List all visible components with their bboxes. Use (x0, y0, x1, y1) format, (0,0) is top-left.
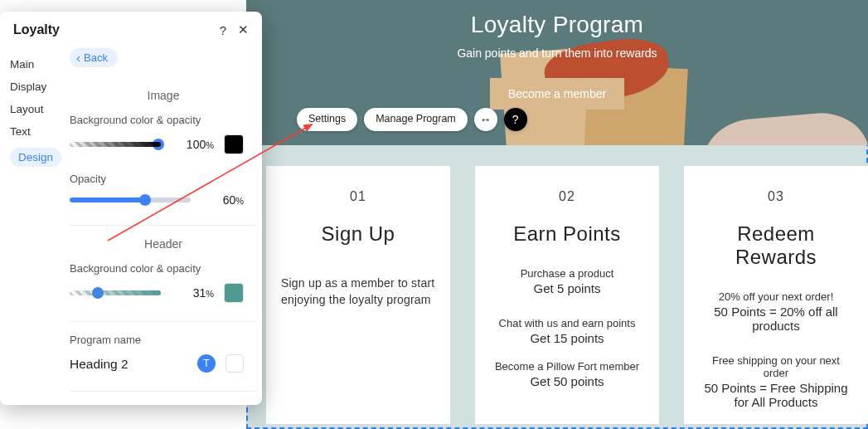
back-button[interactable]: Back (70, 48, 118, 67)
hero-subtitle: Gain points and turn them into rewards (246, 46, 868, 60)
rule-reward: Get 15 points (490, 331, 644, 345)
panel-content[interactable]: Back Image Background color & opacity 10… (70, 48, 262, 405)
step-number: 02 (490, 189, 644, 204)
settings-panel: Loyalty ? ✕ Main Display Layout Text Des… (0, 12, 262, 405)
image-section-heading: Image (70, 89, 257, 102)
step-number: 03 (699, 189, 853, 204)
rule-action: Chat with us and earn points (490, 317, 644, 329)
panel-help-icon[interactable]: ? (220, 23, 226, 37)
rule-action: 20% off your next order! (699, 290, 853, 303)
tab-main[interactable]: Main (10, 53, 61, 76)
program-name-value[interactable]: Heading 2 (70, 357, 187, 372)
card-earn[interactable]: 02 Earn Points Purchase a product Get 5 … (475, 166, 659, 424)
text-style-icon[interactable]: T (197, 354, 216, 373)
rule-reward: Get 50 points (490, 374, 644, 388)
bg-opacity-label: Background color & opacity (70, 114, 244, 126)
stretch-icon[interactable]: ↔ (474, 108, 497, 131)
step-title: Earn Points (490, 222, 644, 246)
settings-button[interactable]: Settings (297, 108, 357, 131)
program-name-label: Program name (70, 334, 244, 346)
rule-action: Free shipping on your next order (699, 354, 853, 379)
header-bg-opacity-slider[interactable] (70, 290, 161, 295)
panel-title: Loyalty (13, 22, 60, 37)
header-bg-opacity-label: Background color & opacity (70, 262, 244, 275)
help-icon[interactable]: ? (504, 108, 527, 131)
tab-design[interactable]: Design (10, 148, 61, 167)
image-opacity-slider[interactable] (70, 197, 191, 202)
steps-row: 01 Sign Up Sign up as a member to start … (266, 166, 868, 424)
rule-action: Purchase a product (490, 267, 644, 280)
card-redeem[interactable]: 03 Redeem Rewards 20% off your next orde… (684, 166, 868, 424)
panel-sidebar: Main Display Layout Text Design (0, 48, 70, 405)
image-bg-opacity-value: 100% (171, 138, 214, 151)
step-number: 01 (281, 189, 435, 204)
header-bg-color-swatch[interactable] (224, 283, 244, 303)
image-opacity-value: 60% (201, 193, 244, 207)
image-bg-opacity-slider[interactable] (70, 142, 161, 147)
step-title: Redeem Rewards (699, 222, 853, 269)
image-bg-color-swatch[interactable] (224, 134, 244, 154)
tab-text[interactable]: Text (10, 120, 61, 143)
manage-program-button[interactable]: Manage Program (364, 108, 468, 131)
header-bg-opacity-value: 31% (171, 286, 214, 300)
rule-action: Become a Pillow Fort member (490, 360, 644, 373)
close-icon[interactable]: ✕ (238, 22, 249, 37)
rule-reward: 50 Points = Free Shipping for All Produc… (699, 381, 853, 409)
header-section-heading: Header (70, 237, 257, 251)
step-desc: Sign up as a member to start enjoying th… (281, 275, 435, 308)
program-title-label: Program title (70, 403, 244, 405)
card-signup[interactable]: 01 Sign Up Sign up as a member to start … (266, 166, 450, 424)
step-title: Sign Up (281, 222, 435, 246)
editor-canvas: Loyalty Program Gain points and turn the… (246, 0, 868, 429)
rule-reward: 50 Points = 20% off all products (699, 305, 853, 333)
tab-display[interactable]: Display (10, 76, 61, 98)
become-member-button[interactable]: Become a member (490, 78, 624, 110)
rule-reward: Get 5 points (490, 281, 644, 295)
hero-title: Loyalty Program (246, 0, 868, 38)
opacity-label: Opacity (70, 173, 244, 185)
tab-layout[interactable]: Layout (10, 98, 61, 120)
program-name-color-swatch[interactable] (225, 354, 244, 373)
panel-header: Loyalty ? ✕ (0, 12, 262, 48)
element-toolbar: Settings Manage Program ↔ ? (297, 108, 527, 131)
